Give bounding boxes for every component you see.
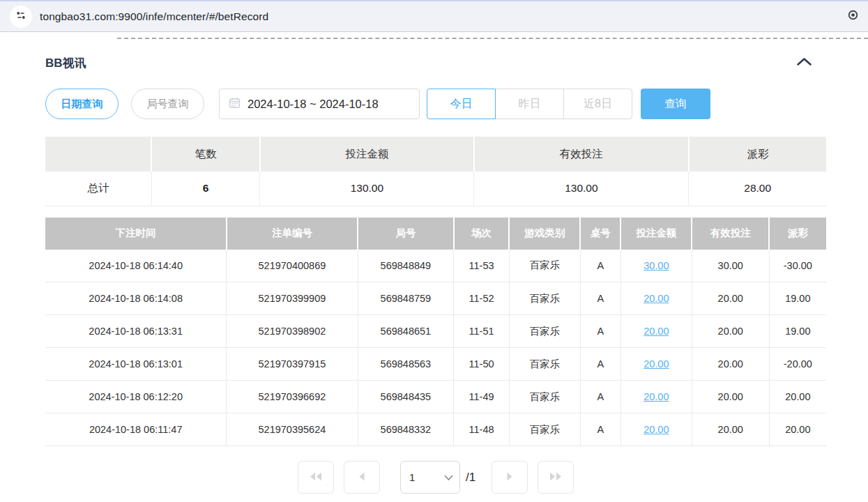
last-8-days-button[interactable]: 近8日 bbox=[563, 89, 632, 119]
url-text[interactable]: tongbao31.com:9900/infe/mcenter/#/betRec… bbox=[40, 10, 268, 23]
calendar-icon bbox=[229, 97, 241, 112]
cell-payout: 19.00 bbox=[769, 282, 826, 315]
cell-table-number: A bbox=[580, 315, 620, 348]
cell-table-number: A bbox=[580, 413, 620, 446]
cell-session: 11-53 bbox=[454, 250, 510, 282]
date-range-input[interactable]: 2024-10-18 ~ 2024-10-18 bbox=[219, 89, 420, 119]
header-round-number: 局号 bbox=[358, 218, 454, 250]
yesterday-button[interactable]: 昨日 bbox=[495, 89, 564, 119]
table-row: 2024-10-18 06:11:47 521970395624 5698483… bbox=[45, 413, 826, 446]
cell-bet-amount: 30.00 bbox=[620, 250, 692, 282]
cell-round-number: 569848849 bbox=[358, 250, 454, 282]
cell-valid-bet: 20.00 bbox=[692, 282, 769, 315]
collapse-button[interactable] bbox=[792, 54, 816, 71]
cell-slip-number: 521970398902 bbox=[227, 315, 358, 348]
cell-round-number: 569848563 bbox=[358, 348, 454, 381]
last-page-button[interactable] bbox=[538, 461, 574, 494]
cell-valid-bet: 20.00 bbox=[692, 381, 769, 413]
bet-amount-link[interactable]: 20.00 bbox=[644, 293, 669, 304]
dashed-divider bbox=[117, 38, 868, 39]
header-session: 场次 bbox=[454, 218, 510, 250]
target-icon[interactable] bbox=[848, 10, 858, 23]
bet-record-table: 下注时间 注单编号 局号 场次 游戏类别 桌号 投注金额 有效投注 派彩 202… bbox=[45, 218, 826, 447]
summary-valid-bet-value: 130.00 bbox=[474, 172, 689, 206]
cell-bet-amount: 20.00 bbox=[620, 348, 692, 381]
bet-amount-link[interactable]: 20.00 bbox=[644, 326, 669, 337]
first-page-button[interactable] bbox=[298, 461, 334, 494]
page-title: BB视讯 bbox=[45, 55, 86, 71]
cell-table-number: A bbox=[580, 381, 620, 413]
page-select[interactable]: 1 bbox=[401, 462, 459, 493]
header-bet-amount: 投注金额 bbox=[620, 218, 692, 250]
cell-session: 11-48 bbox=[454, 413, 510, 446]
cell-session: 11-52 bbox=[454, 282, 510, 315]
cell-game-type: 百家乐 bbox=[509, 413, 580, 446]
total-pages-label: /1 bbox=[466, 471, 475, 485]
site-settings-button[interactable] bbox=[10, 6, 32, 28]
cell-round-number: 569848435 bbox=[358, 381, 454, 413]
bet-amount-link[interactable]: 20.00 bbox=[644, 358, 669, 370]
bet-table-body: 2024-10-18 06:14:40 521970400869 5698488… bbox=[45, 250, 826, 446]
arrow-right-icon bbox=[505, 471, 515, 484]
cell-bet-time: 2024-10-18 06:14:08 bbox=[45, 282, 227, 315]
date-query-tab[interactable]: 日期查询 bbox=[45, 89, 119, 119]
cell-slip-number: 521970397915 bbox=[227, 348, 358, 381]
cell-valid-bet: 20.00 bbox=[692, 413, 769, 446]
search-button[interactable]: 查询 bbox=[641, 89, 710, 119]
cell-payout: -20.00 bbox=[769, 348, 826, 381]
header-valid-bet: 有效投注 bbox=[692, 218, 769, 250]
summary-count-value: 6 bbox=[151, 172, 260, 206]
summary-header-valid-bet: 有效投注 bbox=[474, 137, 689, 172]
cell-valid-bet: 20.00 bbox=[692, 315, 769, 348]
tune-icon bbox=[15, 10, 26, 24]
summary-payout-value: 28.00 bbox=[689, 172, 826, 206]
cell-valid-bet: 30.00 bbox=[692, 250, 769, 282]
table-row: 2024-10-18 06:12:20 521970396692 5698484… bbox=[45, 381, 826, 413]
section-header: BB视讯 bbox=[45, 54, 826, 71]
cell-bet-time: 2024-10-18 06:14:40 bbox=[45, 250, 227, 282]
prev-page-button[interactable] bbox=[344, 461, 380, 494]
bet-amount-link[interactable]: 20.00 bbox=[644, 391, 669, 402]
cell-payout: 20.00 bbox=[769, 413, 826, 446]
cell-game-type: 百家乐 bbox=[509, 381, 580, 413]
summary-header-count: 笔数 bbox=[151, 137, 260, 172]
cell-game-type: 百家乐 bbox=[509, 250, 580, 282]
summary-header-empty bbox=[45, 137, 151, 172]
cell-round-number: 569848332 bbox=[358, 413, 454, 446]
pagination: 1 /1 bbox=[45, 461, 826, 494]
today-button[interactable]: 今日 bbox=[427, 89, 496, 119]
next-page-button[interactable] bbox=[492, 461, 528, 494]
date-range-value: 2024-10-18 ~ 2024-10-18 bbox=[248, 98, 379, 111]
cell-game-type: 百家乐 bbox=[509, 282, 580, 315]
table-row: 2024-10-18 06:14:08 521970399909 5698487… bbox=[45, 282, 826, 315]
summary-total-row: 总计 6 130.00 130.00 28.00 bbox=[45, 172, 826, 206]
address-bar: tongbao31.com:9900/infe/mcenter/#/betRec… bbox=[0, 0, 868, 32]
bet-amount-link[interactable]: 30.00 bbox=[644, 260, 669, 271]
cell-table-number: A bbox=[580, 348, 620, 381]
table-row: 2024-10-18 06:14:40 521970400869 5698488… bbox=[45, 250, 826, 282]
round-query-tab[interactable]: 局号查询 bbox=[131, 89, 204, 119]
cell-round-number: 569848651 bbox=[358, 315, 454, 348]
cell-session: 11-51 bbox=[454, 315, 510, 348]
header-table-number: 桌号 bbox=[580, 218, 620, 250]
cell-round-number: 569848759 bbox=[358, 282, 454, 315]
summary-header-bet-amount: 投注金额 bbox=[260, 137, 474, 172]
cell-session: 11-49 bbox=[454, 381, 510, 413]
cell-payout: 19.00 bbox=[769, 315, 826, 348]
chevron-up-icon bbox=[796, 58, 812, 68]
bet-amount-link[interactable]: 20.00 bbox=[644, 424, 669, 435]
filter-toolbar: 日期查询 局号查询 2024-10-18 ~ 2024-10-18 今日 bbox=[45, 89, 826, 119]
cell-bet-time: 2024-10-18 06:12:20 bbox=[45, 381, 227, 413]
header-payout: 派彩 bbox=[769, 218, 826, 250]
header-game-type: 游戏类别 bbox=[509, 218, 580, 250]
page-select-wrap: 1 bbox=[400, 461, 460, 494]
header-slip-number: 注单编号 bbox=[227, 218, 358, 250]
cell-bet-amount: 20.00 bbox=[620, 315, 692, 348]
cell-slip-number: 521970399909 bbox=[227, 282, 358, 315]
cell-bet-amount: 20.00 bbox=[620, 282, 692, 315]
summary-bet-amount-value: 130.00 bbox=[260, 172, 474, 206]
summary-table: 笔数 投注金额 有效投注 派彩 总计 6 130.00 130.00 28.00 bbox=[45, 137, 826, 206]
cell-payout: -30.00 bbox=[769, 250, 826, 282]
cell-slip-number: 521970396692 bbox=[227, 381, 358, 413]
summary-total-label: 总计 bbox=[45, 172, 151, 206]
